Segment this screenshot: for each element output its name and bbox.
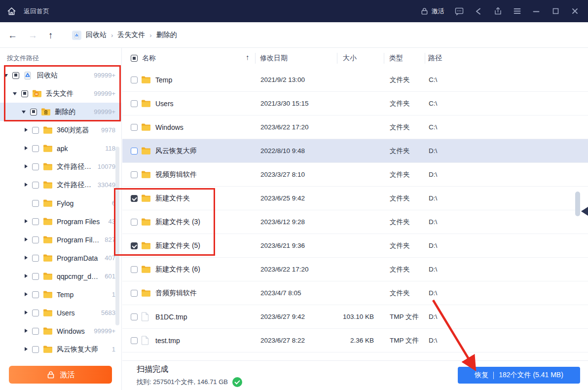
- tree-item-checkbox[interactable]: [32, 346, 39, 353]
- expand-arrow-icon[interactable]: [24, 219, 28, 224]
- expand-arrow-icon[interactable]: [24, 274, 28, 278]
- table-row[interactable]: Windows2023/6/22 17:20文件夹C:\: [122, 116, 588, 139]
- menu-button[interactable]: [510, 4, 524, 19]
- expand-arrow-icon[interactable]: [24, 256, 28, 260]
- collapse-arrow-icon[interactable]: [13, 91, 17, 96]
- tree-item[interactable]: 丢失文件99999+: [0, 84, 121, 103]
- tree-item-checkbox[interactable]: [32, 145, 39, 152]
- row-checkbox[interactable]: [131, 124, 138, 131]
- tree-item-checkbox[interactable]: [32, 127, 39, 134]
- expand-arrow-icon[interactable]: [24, 128, 28, 132]
- expand-arrow-icon[interactable]: [24, 311, 28, 315]
- tree-item-checkbox[interactable]: [32, 218, 39, 225]
- tree-item[interactable]: Fylog6: [0, 194, 121, 212]
- table-row[interactable]: 风云恢复大师2022/8/10 9:48文件夹D:\: [122, 139, 588, 163]
- expand-arrow-icon[interactable]: [24, 237, 28, 242]
- table-row[interactable]: B1DC.tmp2023/6/27 9:42103.10 KBTMP 文件D:\: [122, 305, 588, 329]
- panel-collapse-arrow[interactable]: [581, 207, 588, 216]
- tree-item-checkbox[interactable]: [12, 72, 19, 79]
- minimize-button[interactable]: [529, 4, 544, 19]
- breadcrumb-lost-files[interactable]: 丢失文件: [117, 31, 145, 39]
- titlebar-activate-button[interactable]: 激活: [420, 7, 444, 16]
- export-button[interactable]: [490, 4, 505, 19]
- modified-date: 2023/6/25 9:42: [260, 195, 330, 202]
- tree-item[interactable]: ProgramData407: [0, 249, 121, 267]
- sort-ascending-icon[interactable]: ↑: [246, 53, 250, 61]
- row-checkbox[interactable]: [131, 266, 138, 273]
- breadcrumb-deleted[interactable]: 删除的: [156, 31, 177, 39]
- tree-item[interactable]: Windows99999+: [0, 322, 121, 340]
- row-checkbox[interactable]: [131, 242, 138, 249]
- tree-item[interactable]: 文件路径丢失的10079: [0, 157, 121, 176]
- column-header-path[interactable]: 路径: [428, 54, 442, 63]
- table-row[interactable]: 新建文件夹 (6)2023/6/22 17:20文件夹D:\: [122, 258, 588, 281]
- row-checkbox[interactable]: [131, 195, 138, 202]
- row-checkbox[interactable]: [131, 337, 138, 344]
- table-row[interactable]: Users2021/3/30 15:15文件夹C:\: [122, 92, 588, 116]
- tree-item[interactable]: Program Files43: [0, 212, 121, 231]
- feedback-button[interactable]: [452, 4, 467, 19]
- tree-item-checkbox[interactable]: [30, 109, 37, 116]
- table-row[interactable]: Temp2021/9/2 13:00文件夹C:\: [122, 68, 588, 92]
- tree-item[interactable]: Temp1: [0, 285, 121, 304]
- tree-item-checkbox[interactable]: [32, 273, 39, 280]
- back-button[interactable]: ←: [8, 31, 17, 40]
- column-header-size[interactable]: 大小: [343, 54, 357, 63]
- row-checkbox[interactable]: [131, 313, 138, 320]
- close-button[interactable]: [567, 4, 582, 19]
- tree-item[interactable]: Program Files (x...827: [0, 231, 121, 249]
- home-button[interactable]: 返回首页: [6, 6, 49, 16]
- table-row[interactable]: 新建文件夹2023/6/25 9:42文件夹D:\: [122, 187, 588, 210]
- column-header-name[interactable]: 名称: [142, 54, 156, 63]
- tree-item-checkbox[interactable]: [32, 328, 39, 335]
- sidebar-scrollbar[interactable]: [115, 147, 119, 325]
- table-row[interactable]: test.tmp2023/6/27 8:222.36 KBTMP 文件D:\: [122, 329, 588, 352]
- row-checkbox[interactable]: [131, 219, 138, 226]
- tree-item-checkbox[interactable]: [21, 90, 28, 97]
- modified-date: 2021/9/2 13:00: [260, 76, 330, 83]
- recover-button[interactable]: 恢复 182个文件 (5.41 MB): [458, 367, 580, 384]
- tree-item[interactable]: 风云恢复大师1: [0, 340, 121, 358]
- collapse-arrow-icon[interactable]: [4, 73, 8, 78]
- tree-item-checkbox[interactable]: [32, 291, 39, 298]
- table-row[interactable]: 新建文件夹 (3)2023/6/12 9:28文件夹D:\: [122, 210, 588, 234]
- vertical-scrollbar-thumb[interactable]: [575, 192, 580, 216]
- column-header-type[interactable]: 类型: [389, 54, 403, 63]
- expand-arrow-icon[interactable]: [24, 347, 28, 351]
- tree-item-checkbox[interactable]: [32, 163, 39, 170]
- tree-item[interactable]: Users5683: [0, 304, 121, 322]
- expand-arrow-icon[interactable]: [24, 329, 28, 333]
- tree-item-checkbox[interactable]: [32, 182, 39, 189]
- tree-item[interactable]: 回收站99999+: [0, 66, 121, 84]
- row-checkbox[interactable]: [131, 171, 138, 178]
- row-checkbox[interactable]: [131, 100, 138, 107]
- row-checkbox[interactable]: [131, 148, 138, 155]
- tree-item[interactable]: 删除的99999+: [0, 103, 121, 121]
- tree-item[interactable]: 文件路径丢失的33049: [0, 176, 121, 194]
- table-row[interactable]: 音频剪辑软件2023/4/7 8:05文件夹D:\: [122, 281, 588, 305]
- forward-button[interactable]: →: [28, 31, 37, 40]
- maximize-button[interactable]: [548, 4, 563, 19]
- tree-item-checkbox[interactable]: [32, 200, 39, 207]
- table-row[interactable]: 新建文件夹 (5)2023/6/21 9:36文件夹D:\: [122, 234, 588, 258]
- share-button[interactable]: [471, 4, 486, 19]
- tree-item[interactable]: 360浏览器9978: [0, 121, 121, 139]
- tree-item[interactable]: apk118: [0, 139, 121, 157]
- breadcrumb-recycle[interactable]: 回收站: [86, 31, 107, 39]
- select-all-checkbox[interactable]: [131, 55, 138, 62]
- column-header-date[interactable]: 修改日期: [260, 54, 288, 63]
- tree-item[interactable]: qqpcmgr_docpro601: [0, 267, 121, 285]
- table-row[interactable]: 视频剪辑软件2023/3/27 8:10文件夹D:\: [122, 163, 588, 187]
- tree-item-checkbox[interactable]: [32, 310, 39, 316]
- expand-arrow-icon[interactable]: [24, 292, 28, 297]
- expand-arrow-icon[interactable]: [24, 183, 28, 187]
- expand-arrow-icon[interactable]: [24, 146, 28, 151]
- collapse-arrow-icon[interactable]: [22, 110, 26, 114]
- expand-arrow-icon[interactable]: [24, 164, 28, 169]
- row-checkbox[interactable]: [131, 290, 138, 297]
- up-button[interactable]: ↑: [48, 31, 53, 40]
- tree-item-checkbox[interactable]: [32, 255, 39, 262]
- row-checkbox[interactable]: [131, 77, 138, 83]
- tree-item-checkbox[interactable]: [32, 236, 39, 243]
- activate-button[interactable]: 激活: [9, 366, 112, 384]
